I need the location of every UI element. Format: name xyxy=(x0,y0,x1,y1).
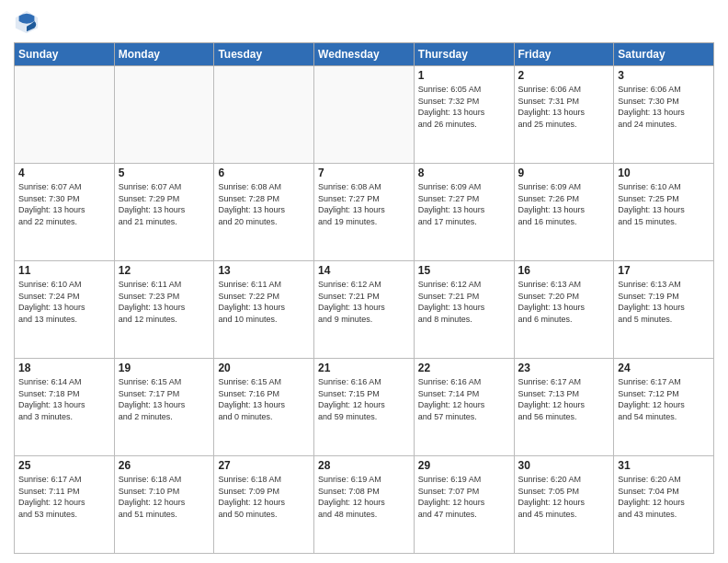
day-number: 1 xyxy=(418,69,510,82)
calendar-week-row: 25Sunrise: 6:17 AM Sunset: 7:11 PM Dayli… xyxy=(15,456,714,554)
day-number: 17 xyxy=(618,264,710,277)
calendar-cell: 14Sunrise: 6:12 AM Sunset: 7:21 PM Dayli… xyxy=(314,261,415,359)
calendar-cell: 31Sunrise: 6:20 AM Sunset: 7:04 PM Dayli… xyxy=(614,456,714,554)
day-info: Sunrise: 6:09 AM Sunset: 7:27 PM Dayligh… xyxy=(418,181,510,227)
day-number: 19 xyxy=(119,362,210,374)
day-number: 16 xyxy=(518,264,610,277)
day-number: 30 xyxy=(518,459,610,472)
calendar-cell: 8Sunrise: 6:09 AM Sunset: 7:27 PM Daylig… xyxy=(414,164,514,261)
calendar-cell: 9Sunrise: 6:09 AM Sunset: 7:26 PM Daylig… xyxy=(514,164,614,261)
calendar-week-row: 1Sunrise: 6:05 AM Sunset: 7:32 PM Daylig… xyxy=(15,66,714,164)
day-info: Sunrise: 6:13 AM Sunset: 7:19 PM Dayligh… xyxy=(618,279,710,325)
calendar-cell: 12Sunrise: 6:11 AM Sunset: 7:23 PM Dayli… xyxy=(114,261,214,359)
day-info: Sunrise: 6:17 AM Sunset: 7:12 PM Dayligh… xyxy=(618,376,710,422)
day-info: Sunrise: 6:16 AM Sunset: 7:14 PM Dayligh… xyxy=(418,376,510,422)
day-info: Sunrise: 6:12 AM Sunset: 7:21 PM Dayligh… xyxy=(418,279,510,325)
calendar-cell xyxy=(314,66,415,164)
day-number: 3 xyxy=(618,69,710,82)
calendar-cell: 23Sunrise: 6:17 AM Sunset: 7:13 PM Dayli… xyxy=(514,359,614,456)
day-number: 5 xyxy=(119,167,210,179)
day-info: Sunrise: 6:17 AM Sunset: 7:11 PM Dayligh… xyxy=(18,474,110,520)
weekday-header-row: SundayMondayTuesdayWednesdayThursdayFrid… xyxy=(15,43,714,66)
day-number: 24 xyxy=(618,362,710,374)
day-info: Sunrise: 6:16 AM Sunset: 7:15 PM Dayligh… xyxy=(318,376,410,422)
day-info: Sunrise: 6:15 AM Sunset: 7:17 PM Dayligh… xyxy=(119,376,210,422)
calendar-cell: 15Sunrise: 6:12 AM Sunset: 7:21 PM Dayli… xyxy=(414,261,514,359)
calendar-cell: 5Sunrise: 6:07 AM Sunset: 7:29 PM Daylig… xyxy=(114,164,214,261)
calendar-cell: 24Sunrise: 6:17 AM Sunset: 7:12 PM Dayli… xyxy=(614,359,714,456)
day-info: Sunrise: 6:17 AM Sunset: 7:13 PM Dayligh… xyxy=(518,376,610,422)
calendar-cell: 29Sunrise: 6:19 AM Sunset: 7:07 PM Dayli… xyxy=(414,456,514,554)
calendar-week-row: 4Sunrise: 6:07 AM Sunset: 7:30 PM Daylig… xyxy=(15,164,714,261)
day-info: Sunrise: 6:07 AM Sunset: 7:29 PM Dayligh… xyxy=(119,181,210,227)
day-info: Sunrise: 6:08 AM Sunset: 7:28 PM Dayligh… xyxy=(218,181,310,227)
day-number: 25 xyxy=(18,459,110,472)
calendar-cell xyxy=(214,66,314,164)
calendar-cell: 13Sunrise: 6:11 AM Sunset: 7:22 PM Dayli… xyxy=(214,261,314,359)
day-info: Sunrise: 6:08 AM Sunset: 7:27 PM Dayligh… xyxy=(318,181,410,227)
logo xyxy=(14,9,43,35)
calendar-week-row: 18Sunrise: 6:14 AM Sunset: 7:18 PM Dayli… xyxy=(15,359,714,456)
weekday-header: Monday xyxy=(114,43,214,66)
day-info: Sunrise: 6:12 AM Sunset: 7:21 PM Dayligh… xyxy=(318,279,410,325)
day-info: Sunrise: 6:19 AM Sunset: 7:07 PM Dayligh… xyxy=(418,474,510,520)
calendar-cell: 6Sunrise: 6:08 AM Sunset: 7:28 PM Daylig… xyxy=(214,164,314,261)
calendar-cell: 18Sunrise: 6:14 AM Sunset: 7:18 PM Dayli… xyxy=(15,359,115,456)
day-info: Sunrise: 6:18 AM Sunset: 7:09 PM Dayligh… xyxy=(218,474,310,520)
day-number: 4 xyxy=(18,167,110,179)
day-info: Sunrise: 6:06 AM Sunset: 7:30 PM Dayligh… xyxy=(618,84,710,130)
day-info: Sunrise: 6:20 AM Sunset: 7:04 PM Dayligh… xyxy=(618,474,710,520)
day-info: Sunrise: 6:18 AM Sunset: 7:10 PM Dayligh… xyxy=(119,474,210,520)
calendar-cell: 10Sunrise: 6:10 AM Sunset: 7:25 PM Dayli… xyxy=(614,164,714,261)
calendar-table: SundayMondayTuesdayWednesdayThursdayFrid… xyxy=(14,42,714,554)
calendar-cell xyxy=(15,66,115,164)
day-number: 28 xyxy=(318,459,410,472)
day-info: Sunrise: 6:10 AM Sunset: 7:24 PM Dayligh… xyxy=(18,279,110,325)
day-number: 15 xyxy=(418,264,510,277)
day-number: 11 xyxy=(18,264,110,277)
calendar-cell: 28Sunrise: 6:19 AM Sunset: 7:08 PM Dayli… xyxy=(314,456,415,554)
day-number: 23 xyxy=(518,362,610,374)
calendar-cell: 22Sunrise: 6:16 AM Sunset: 7:14 PM Dayli… xyxy=(414,359,514,456)
day-number: 8 xyxy=(418,167,510,179)
weekday-header: Thursday xyxy=(414,43,514,66)
day-info: Sunrise: 6:07 AM Sunset: 7:30 PM Dayligh… xyxy=(18,181,110,227)
calendar-cell: 7Sunrise: 6:08 AM Sunset: 7:27 PM Daylig… xyxy=(314,164,415,261)
day-number: 20 xyxy=(218,362,310,374)
calendar-cell: 30Sunrise: 6:20 AM Sunset: 7:05 PM Dayli… xyxy=(514,456,614,554)
logo-icon xyxy=(14,9,40,35)
calendar-cell: 20Sunrise: 6:15 AM Sunset: 7:16 PM Dayli… xyxy=(214,359,314,456)
day-number: 7 xyxy=(318,167,410,179)
day-number: 22 xyxy=(418,362,510,374)
weekday-header: Friday xyxy=(514,43,614,66)
weekday-header: Sunday xyxy=(15,43,115,66)
day-info: Sunrise: 6:13 AM Sunset: 7:20 PM Dayligh… xyxy=(518,279,610,325)
calendar-cell xyxy=(114,66,214,164)
day-number: 9 xyxy=(518,167,610,179)
day-info: Sunrise: 6:20 AM Sunset: 7:05 PM Dayligh… xyxy=(518,474,610,520)
day-info: Sunrise: 6:06 AM Sunset: 7:31 PM Dayligh… xyxy=(518,84,610,130)
day-info: Sunrise: 6:09 AM Sunset: 7:26 PM Dayligh… xyxy=(518,181,610,227)
calendar-cell: 3Sunrise: 6:06 AM Sunset: 7:30 PM Daylig… xyxy=(614,66,714,164)
day-number: 10 xyxy=(618,167,710,179)
day-number: 2 xyxy=(518,69,610,82)
day-number: 18 xyxy=(18,362,110,374)
day-number: 6 xyxy=(218,167,310,179)
calendar-cell: 4Sunrise: 6:07 AM Sunset: 7:30 PM Daylig… xyxy=(15,164,115,261)
calendar-cell: 27Sunrise: 6:18 AM Sunset: 7:09 PM Dayli… xyxy=(214,456,314,554)
day-info: Sunrise: 6:10 AM Sunset: 7:25 PM Dayligh… xyxy=(618,181,710,227)
day-number: 27 xyxy=(218,459,310,472)
day-info: Sunrise: 6:11 AM Sunset: 7:23 PM Dayligh… xyxy=(119,279,210,325)
calendar-cell: 2Sunrise: 6:06 AM Sunset: 7:31 PM Daylig… xyxy=(514,66,614,164)
weekday-header: Saturday xyxy=(614,43,714,66)
calendar-cell: 26Sunrise: 6:18 AM Sunset: 7:10 PM Dayli… xyxy=(114,456,214,554)
day-info: Sunrise: 6:19 AM Sunset: 7:08 PM Dayligh… xyxy=(318,474,410,520)
day-info: Sunrise: 6:11 AM Sunset: 7:22 PM Dayligh… xyxy=(218,279,310,325)
day-number: 14 xyxy=(318,264,410,277)
calendar-cell: 19Sunrise: 6:15 AM Sunset: 7:17 PM Dayli… xyxy=(114,359,214,456)
calendar-week-row: 11Sunrise: 6:10 AM Sunset: 7:24 PM Dayli… xyxy=(15,261,714,359)
day-number: 31 xyxy=(618,459,710,472)
day-number: 13 xyxy=(218,264,310,277)
day-number: 26 xyxy=(119,459,210,472)
day-info: Sunrise: 6:15 AM Sunset: 7:16 PM Dayligh… xyxy=(218,376,310,422)
